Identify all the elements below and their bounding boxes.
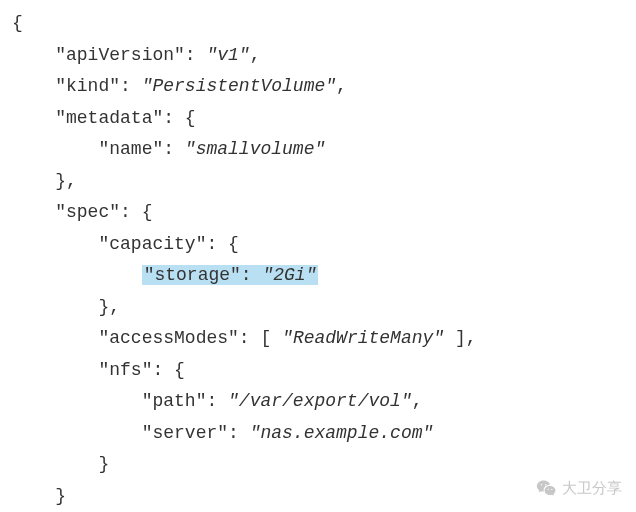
json-key: "capacity" (98, 234, 206, 254)
json-value: "smallvolume" (185, 139, 325, 159)
code-block: { "apiVersion": "v1", "kind": "Persisten… (0, 0, 636, 512)
highlighted-line: "storage": "2Gi" (142, 265, 319, 285)
json-value: "v1" (206, 45, 249, 65)
watermark: 大卫分享 (536, 478, 622, 498)
json-key: "path" (142, 391, 207, 411)
json-key: "kind" (55, 76, 120, 96)
watermark-text: 大卫分享 (562, 479, 622, 498)
json-key: "accessModes" (98, 328, 238, 348)
json-key: "storage" (144, 265, 241, 285)
json-value: "/var/export/vol" (228, 391, 412, 411)
json-key: "apiVersion" (55, 45, 185, 65)
json-value: "nas.example.com" (250, 423, 434, 443)
json-value: "ReadWriteMany" (282, 328, 444, 348)
json-key: "nfs" (98, 360, 152, 380)
json-key: "spec" (55, 202, 120, 222)
json-key: "metadata" (55, 108, 163, 128)
json-key: "name" (98, 139, 163, 159)
json-value: "2Gi" (262, 265, 316, 285)
wechat-icon (536, 478, 556, 498)
json-value: "PersistentVolume" (142, 76, 336, 96)
brace: { (12, 13, 23, 33)
json-key: "server" (142, 423, 228, 443)
